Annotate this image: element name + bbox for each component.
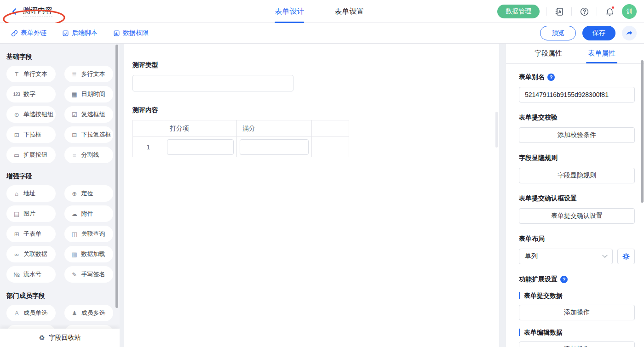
empty-cell <box>312 137 349 157</box>
canvas-scrollbar[interactable] <box>495 112 498 148</box>
field-item-dropdown-multi[interactable]: ⊟下拉复选框 <box>64 126 114 143</box>
submit-confirm-section: 表单提交确认框设置 表单提交确认设置 <box>519 194 635 224</box>
data-load-icon: ▥ <box>71 251 78 258</box>
single-line-text-icon: T <box>13 71 20 78</box>
field-item-location[interactable]: ⊕定位 <box>64 185 114 202</box>
field-item-single-line-text[interactable]: T单行文本 <box>6 66 56 82</box>
number-icon: 123 <box>13 92 20 97</box>
form-submit-validation-section: 表单提交校验 添加校验条件 <box>519 114 635 143</box>
field-item-radio-group[interactable]: ⊙单选按钮组 <box>6 106 56 123</box>
share-button[interactable] <box>622 26 637 40</box>
field-item-address[interactable]: ⌂地址 <box>6 185 56 202</box>
field-item-member-multi[interactable]: ♟成员多选 <box>64 305 114 321</box>
field-item-multi-line-text[interactable]: ≣多行文本 <box>64 66 114 82</box>
field-item-member-single[interactable]: ♙成员单选 <box>6 305 56 321</box>
field-recycle-bin[interactable]: ♻ 字段回收站 <box>0 329 120 347</box>
properties-content: 表单别名 ? 表单提交校验 添加校验条件 字段显隐规则 字段显隐规则 表单提交确… <box>506 64 644 347</box>
field-item-datetime[interactable]: ▦日期时间 <box>64 86 114 102</box>
field-item-dropdown[interactable]: ⊡下拉框 <box>6 126 56 143</box>
form-alias-input[interactable] <box>519 87 635 102</box>
extend-button-icon: ▭ <box>13 152 20 159</box>
row-index-cell: 1 <box>133 137 164 157</box>
field-item-divider-line[interactable]: ≡分割线 <box>64 147 114 163</box>
tab-field-properties[interactable]: 字段属性 <box>535 44 562 63</box>
col-header-score-item: 打分项 <box>164 120 237 137</box>
submit-data-add-action-button[interactable]: 添加操作 <box>519 305 635 320</box>
field-visibility-button[interactable]: 字段显隐规则 <box>519 168 635 183</box>
layout-settings-button[interactable] <box>617 249 635 264</box>
divider <box>546 7 546 16</box>
form-layout-select[interactable]: 单列 <box>519 249 613 264</box>
data-permission-link[interactable]: 数据权限 <box>113 29 149 37</box>
field-item-checkbox-group[interactable]: ☑复选框组 <box>64 106 114 123</box>
back-group[interactable]: 测评内容 <box>0 6 52 17</box>
field-item-subform[interactable]: ⊞子表单 <box>6 226 56 242</box>
max-score-input[interactable] <box>240 139 309 155</box>
properties-panel: 字段属性 表单属性 表单别名 ? 表单提交校验 添加校验条件 字段显隐规则 字段… <box>506 44 644 347</box>
attachment-icon: ☁ <box>71 210 78 217</box>
tab-form-design[interactable]: 表单设计 <box>275 0 304 23</box>
image-icon: ▤ <box>13 210 20 217</box>
field-item-serial-number[interactable]: №流水号 <box>6 266 56 283</box>
field-item-attachment[interactable]: ☁附件 <box>64 205 114 222</box>
header-tabs: 表单设计 表单设置 <box>275 0 364 23</box>
serial-number-icon: № <box>13 271 20 278</box>
radio-group-icon: ⊙ <box>13 111 20 118</box>
notification-bell-icon[interactable] <box>604 6 615 17</box>
script-icon <box>62 30 69 37</box>
tab-form-settings[interactable]: 表单设置 <box>334 0 364 23</box>
field-palette-scroll[interactable]: 基础字段 T单行文本 ≣多行文本 123数字 ▦日期时间 ⊙单选按钮组 ☑复选框… <box>0 44 120 347</box>
member-single-icon: ♙ <box>13 310 20 317</box>
data-manage-button[interactable]: 数据管理 <box>497 5 540 18</box>
app-header: 测评内容 表单设计 表单设置 数据管理 训 <box>0 0 644 23</box>
chevron-down-icon <box>602 253 607 258</box>
section-title-basic-fields: 基础字段 <box>6 53 113 61</box>
form-submit-validation-label: 表单提交校验 <box>519 114 635 122</box>
section-title-member-fields: 部门成员字段 <box>6 292 113 300</box>
tab-form-properties[interactable]: 表单属性 <box>588 44 615 63</box>
form-alias-help-icon[interactable]: ? <box>547 74 555 81</box>
toolbar-right: 预览 保存 <box>540 26 637 40</box>
sidebar-scrollbar[interactable] <box>115 45 118 308</box>
form-external-link[interactable]: 表单外链 <box>11 29 46 37</box>
field-item-linked-query[interactable]: ◫关联查询 <box>64 226 114 242</box>
multi-line-text-icon: ≣ <box>71 71 78 78</box>
member-multi-icon: ♟ <box>71 310 78 317</box>
link-icon <box>11 30 18 37</box>
avatar[interactable]: 训 <box>622 4 637 19</box>
linked-query-icon: ◫ <box>71 231 78 238</box>
score-item-input[interactable] <box>167 139 234 155</box>
recycle-icon: ♻ <box>39 334 45 342</box>
form-canvas[interactable]: 测评类型 测评内容 打分项 满分 1 <box>124 44 499 347</box>
field-item-data-load[interactable]: ▥数据加载 <box>64 246 114 262</box>
contacts-icon[interactable] <box>553 6 565 17</box>
field-item-number[interactable]: 123数字 <box>6 86 56 102</box>
backend-script-link[interactable]: 后端脚本 <box>62 29 98 37</box>
gear-icon <box>622 252 630 261</box>
save-button[interactable]: 保存 <box>582 26 615 40</box>
max-score-cell <box>237 137 312 157</box>
panel-scrollbar[interactable] <box>641 60 644 203</box>
field-item-image[interactable]: ▤图片 <box>6 205 56 222</box>
submit-confirm-label: 表单提交确认框设置 <box>519 194 635 203</box>
help-icon[interactable] <box>578 6 590 17</box>
properties-tabs: 字段属性 表单属性 <box>506 44 644 64</box>
add-validation-button[interactable]: 添加校验条件 <box>519 127 635 143</box>
canvas-field-label-content: 测评内容 <box>132 106 490 114</box>
field-item-linked-data[interactable]: ∞关联数据 <box>6 246 56 262</box>
edit-data-add-action-button[interactable]: 添加操作 <box>519 341 635 347</box>
back-icon[interactable] <box>10 7 19 16</box>
signature-icon: ✎ <box>71 271 78 278</box>
submit-confirm-button[interactable]: 表单提交确认设置 <box>519 208 635 224</box>
canvas-input-type[interactable] <box>132 75 293 91</box>
field-item-extend-button[interactable]: ▭扩展按钮 <box>6 147 56 163</box>
extension-settings-label: 功能扩展设置 ? <box>519 275 635 284</box>
form-alias-label: 表单别名 ? <box>519 73 635 81</box>
page-title[interactable]: 测评内容 <box>23 6 52 17</box>
divider-line-icon: ≡ <box>71 152 78 159</box>
share-arrow-icon <box>626 29 633 37</box>
field-item-signature[interactable]: ✎手写签名 <box>64 266 114 283</box>
basic-fields-grid: T单行文本 ≣多行文本 123数字 ▦日期时间 ⊙单选按钮组 ☑复选框组 ⊡下拉… <box>6 66 113 163</box>
extension-help-icon[interactable]: ? <box>560 276 568 283</box>
preview-button[interactable]: 预览 <box>540 26 576 40</box>
